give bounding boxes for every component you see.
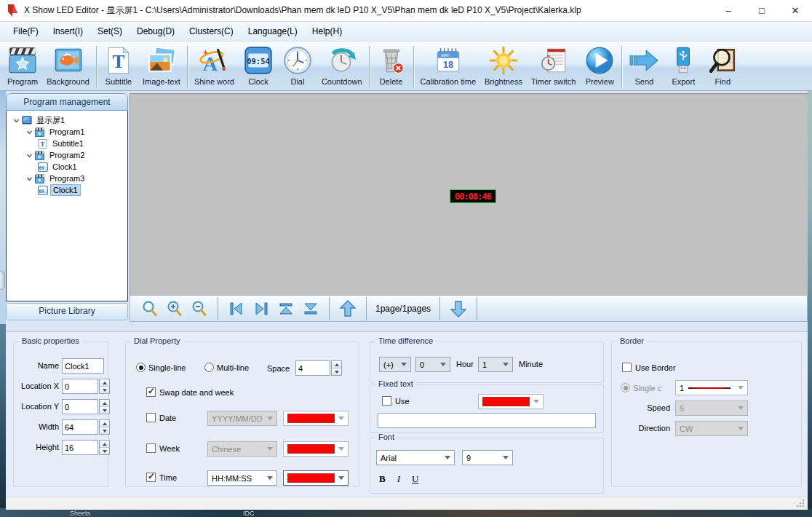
tree-item-label[interactable]: Program2 xyxy=(47,150,87,160)
splitter-collapse-handle[interactable] xyxy=(0,271,5,290)
tree-item-program3[interactable]: Program3 xyxy=(7,173,127,184)
toolbar-button-timer-switch[interactable]: Timer switch xyxy=(527,43,580,90)
single-color-radio[interactable] xyxy=(621,383,630,392)
spinner-up-icon[interactable] xyxy=(332,361,341,368)
spinner-down-icon[interactable] xyxy=(100,448,109,454)
led-clock-preview[interactable]: 00:08:46 xyxy=(450,189,496,203)
spinner-up-icon[interactable] xyxy=(100,420,109,427)
first-page-button[interactable] xyxy=(226,298,247,320)
tree-item-label[interactable]: Program1 xyxy=(47,127,87,137)
swap-date-week-checkbox[interactable] xyxy=(146,387,156,397)
toolbar-button-dial[interactable]: Dial xyxy=(278,43,317,90)
toolbar-button-send[interactable]: Send xyxy=(624,43,664,90)
time-format-dropdown[interactable]: HH:MM:SS xyxy=(207,470,277,486)
spinner-up-icon[interactable] xyxy=(100,400,109,407)
week-format-dropdown[interactable]: Chinese xyxy=(207,441,277,457)
width-input[interactable] xyxy=(62,419,98,435)
chevron-down-icon[interactable] xyxy=(24,152,34,159)
toolbar-button-image-text[interactable]: Image-text xyxy=(138,43,185,90)
font-family-dropdown[interactable]: Arial xyxy=(376,450,455,465)
zoom-in-button[interactable] xyxy=(164,298,186,320)
border-style-dropdown[interactable]: 1 xyxy=(675,380,748,395)
tree-item-label[interactable]: Subtitle1 xyxy=(50,138,86,149)
date-checkbox[interactable] xyxy=(146,413,156,422)
height-input[interactable] xyxy=(62,440,98,455)
tree-item-label[interactable]: Clock1 xyxy=(50,162,79,172)
date-format-dropdown[interactable]: YYYY/MM/DD xyxy=(207,411,277,426)
to-top-button[interactable] xyxy=(275,298,297,320)
fixed-text-input[interactable] xyxy=(378,413,596,428)
location-x-input[interactable] xyxy=(62,379,98,394)
underline-button[interactable]: U xyxy=(412,473,418,485)
font-size-dropdown[interactable]: 9 xyxy=(462,450,513,465)
toolbar-button-brightness[interactable]: Brightness xyxy=(480,43,527,90)
time-checkbox[interactable] xyxy=(146,473,156,482)
chevron-down-icon[interactable] xyxy=(11,117,21,124)
border-speed-dropdown[interactable]: 5 xyxy=(675,400,748,416)
to-bottom-button[interactable] xyxy=(300,298,322,320)
spinner-down-icon[interactable] xyxy=(332,368,341,375)
single-line-radio[interactable] xyxy=(136,363,146,372)
time-color-dropdown[interactable] xyxy=(283,470,349,486)
tree-item-subtitle1[interactable]: T Subtitle1 xyxy=(7,138,127,149)
menu-set[interactable]: Set(S) xyxy=(90,23,130,39)
minute-dropdown[interactable]: 1 xyxy=(478,357,513,372)
fixed-text-color-dropdown[interactable] xyxy=(478,394,544,409)
week-checkbox[interactable] xyxy=(146,443,156,453)
spinner-up-icon[interactable] xyxy=(100,379,109,387)
tree-item-label[interactable]: 显示屏1 xyxy=(34,115,67,125)
sign-dropdown[interactable]: (+) xyxy=(379,357,411,372)
minimize-icon[interactable]: – xyxy=(712,0,745,22)
menu-file[interactable]: File(F) xyxy=(6,23,46,39)
spinner-down-icon[interactable] xyxy=(100,407,109,414)
hour-dropdown[interactable]: 0 xyxy=(415,357,450,372)
spinner-down-icon[interactable] xyxy=(100,387,109,393)
tree-item-label-selected[interactable]: Clock1 xyxy=(50,184,81,196)
tree-item-clock1-program3[interactable]: 09: Clock1 xyxy=(7,184,127,196)
toolbar-button-program[interactable]: Program xyxy=(3,43,42,90)
fixed-text-use-checkbox[interactable] xyxy=(382,396,391,406)
menu-debug[interactable]: Debug(D) xyxy=(130,23,182,39)
toolbar-button-export[interactable]: Export xyxy=(664,43,703,90)
close-icon[interactable]: ✕ xyxy=(779,0,812,22)
zoom-reset-button[interactable] xyxy=(139,298,161,320)
toolbar-button-countdown[interactable]: Countdown xyxy=(317,43,367,90)
date-color-dropdown[interactable] xyxy=(283,411,349,426)
next-page-arrow-button[interactable] xyxy=(447,298,469,320)
location-y-input[interactable] xyxy=(62,399,98,414)
italic-button[interactable]: I xyxy=(397,473,400,485)
toolbar-button-clock[interactable]: 09:54 Clock xyxy=(239,43,278,90)
space-spinner[interactable] xyxy=(331,360,342,376)
tree-item-program2[interactable]: Program2 xyxy=(7,149,127,161)
toolbar-button-subtitle[interactable]: T Subtitle xyxy=(99,43,138,90)
space-input[interactable] xyxy=(295,360,330,376)
tree-item-label[interactable]: Program3 xyxy=(47,173,87,183)
toolbar-button-find[interactable]: Find xyxy=(703,43,742,90)
toolbar-button-calibration-time[interactable]: MAY 18 Calibration time xyxy=(416,43,480,90)
menu-help[interactable]: Help(H) xyxy=(305,23,349,39)
name-input[interactable] xyxy=(62,358,104,374)
chevron-down-icon[interactable] xyxy=(24,129,34,135)
location-x-spinner[interactable] xyxy=(99,379,110,394)
spinner-up-icon[interactable] xyxy=(100,441,109,448)
toolbar-button-preview[interactable]: Preview xyxy=(580,43,619,90)
tree-item-screen[interactable]: 显示屏1 xyxy=(7,114,127,126)
week-color-dropdown[interactable] xyxy=(283,441,349,457)
tree-item-program1[interactable]: Program1 xyxy=(7,126,127,138)
toolbar-button-background[interactable]: Background xyxy=(42,43,94,90)
width-spinner[interactable] xyxy=(99,419,110,435)
toolbar-button-delete[interactable]: Delete xyxy=(372,43,411,90)
toolbar-button-shine-word[interactable]: A Shine word xyxy=(190,43,239,90)
bold-button[interactable]: B xyxy=(379,473,386,485)
last-page-button[interactable] xyxy=(250,298,272,320)
use-border-checkbox[interactable] xyxy=(622,363,632,372)
resize-grip[interactable] xyxy=(796,499,805,508)
picture-library-button[interactable]: Picture Library xyxy=(6,303,128,320)
menu-language[interactable]: Language(L) xyxy=(241,23,305,39)
menu-insert[interactable]: Insert(I) xyxy=(46,23,90,39)
border-direction-dropdown[interactable]: CW xyxy=(675,421,748,436)
chevron-down-icon[interactable] xyxy=(24,175,34,182)
height-spinner[interactable] xyxy=(99,440,110,455)
tree-item-clock1-program2[interactable]: 09: Clock1 xyxy=(7,161,127,173)
display-canvas[interactable]: 00:08:46 xyxy=(130,93,808,295)
